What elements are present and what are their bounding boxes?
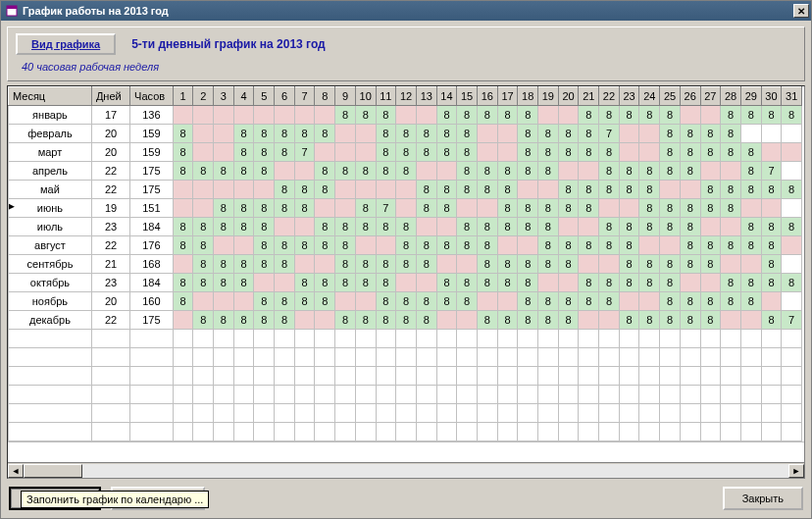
day-cell[interactable]: 8 [558, 311, 579, 330]
day-cell[interactable]: 8 [782, 218, 802, 236]
day-cell[interactable] [599, 311, 620, 330]
day-cell[interactable]: 8 [660, 162, 681, 181]
day-cell[interactable]: 8 [436, 106, 457, 125]
day-cell[interactable]: 8 [761, 218, 782, 236]
day-cell[interactable] [477, 292, 497, 311]
day-cell[interactable] [396, 106, 417, 125]
day-cell[interactable]: 8 [558, 181, 579, 199]
hours-cell[interactable]: 176 [130, 236, 174, 255]
day-cell[interactable]: 8 [457, 181, 478, 199]
day-cell[interactable] [193, 292, 214, 311]
day-cell[interactable]: 8 [700, 255, 721, 274]
day-cell[interactable]: 8 [518, 162, 538, 181]
day-cell[interactable] [700, 274, 721, 292]
day-cell[interactable]: 8 [477, 181, 497, 199]
day-cell[interactable] [782, 255, 802, 274]
day-cell[interactable] [173, 255, 193, 274]
table-row[interactable]: март2015988887888888888888888 [9, 143, 802, 162]
day-cell[interactable] [761, 292, 782, 311]
day-cell[interactable]: 8 [680, 292, 700, 311]
day-cell[interactable]: 8 [619, 162, 639, 181]
day-cell[interactable]: 8 [700, 199, 721, 218]
day-cell[interactable] [660, 181, 681, 199]
day-cell[interactable]: 8 [599, 106, 620, 125]
day-cell[interactable]: 8 [740, 274, 761, 292]
col-day-16[interactable]: 16 [477, 87, 497, 106]
month-cell[interactable]: декабрь [9, 311, 92, 330]
day-cell[interactable] [396, 274, 417, 292]
day-cell[interactable] [599, 255, 620, 274]
day-cell[interactable]: 8 [173, 143, 193, 162]
day-cell[interactable]: 8 [335, 106, 356, 125]
day-cell[interactable]: 8 [518, 255, 538, 274]
day-cell[interactable] [436, 311, 457, 330]
day-cell[interactable]: 8 [639, 311, 660, 330]
day-cell[interactable]: 8 [396, 292, 417, 311]
day-cell[interactable]: 8 [457, 292, 478, 311]
day-cell[interactable]: 8 [599, 218, 620, 236]
day-cell[interactable] [680, 106, 700, 125]
day-cell[interactable]: 8 [761, 236, 782, 255]
col-day-6[interactable]: 6 [275, 87, 295, 106]
day-cell[interactable] [700, 106, 721, 125]
day-cell[interactable] [254, 106, 275, 125]
day-cell[interactable]: 8 [294, 125, 315, 143]
day-cell[interactable]: 8 [518, 125, 538, 143]
day-cell[interactable] [173, 181, 193, 199]
day-cell[interactable] [619, 143, 639, 162]
day-cell[interactable] [477, 199, 497, 218]
col-day-26[interactable]: 26 [680, 87, 700, 106]
day-cell[interactable]: 8 [538, 255, 559, 274]
day-cell[interactable]: 8 [376, 218, 396, 236]
day-cell[interactable] [214, 106, 234, 125]
days-cell[interactable]: 22 [91, 236, 129, 255]
day-cell[interactable]: 8 [457, 218, 478, 236]
day-cell[interactable]: 8 [233, 125, 254, 143]
day-cell[interactable] [782, 292, 802, 311]
scroll-thumb[interactable] [24, 464, 82, 478]
day-cell[interactable]: 8 [416, 292, 436, 311]
day-cell[interactable]: 8 [660, 292, 681, 311]
day-cell[interactable]: 8 [761, 274, 782, 292]
day-cell[interactable]: 8 [518, 106, 538, 125]
day-cell[interactable]: 8 [497, 106, 518, 125]
day-cell[interactable]: 8 [782, 106, 802, 125]
day-cell[interactable]: 8 [782, 181, 802, 199]
day-cell[interactable]: 8 [680, 255, 700, 274]
day-cell[interactable]: 8 [558, 199, 579, 218]
hours-cell[interactable]: 160 [130, 292, 174, 311]
col-day-2[interactable]: 2 [193, 87, 214, 106]
day-cell[interactable]: 8 [233, 218, 254, 236]
day-cell[interactable]: 8 [457, 106, 478, 125]
day-cell[interactable]: 8 [579, 236, 599, 255]
day-cell[interactable]: 8 [721, 199, 741, 218]
close-button[interactable]: Закрыть [723, 487, 803, 510]
day-cell[interactable] [254, 181, 275, 199]
day-cell[interactable]: 8 [761, 255, 782, 274]
view-type-button[interactable]: Вид графика [16, 33, 116, 55]
day-cell[interactable]: 8 [396, 236, 417, 255]
day-cell[interactable]: 8 [275, 236, 295, 255]
day-cell[interactable]: 8 [193, 236, 214, 255]
day-cell[interactable]: 8 [254, 292, 275, 311]
day-cell[interactable]: 8 [376, 292, 396, 311]
day-cell[interactable]: 8 [721, 181, 741, 199]
days-cell[interactable]: 22 [91, 162, 129, 181]
day-cell[interactable] [214, 292, 234, 311]
day-cell[interactable] [538, 106, 559, 125]
day-cell[interactable]: 8 [660, 218, 681, 236]
day-cell[interactable] [599, 199, 620, 218]
day-cell[interactable]: 8 [214, 218, 234, 236]
day-cell[interactable] [214, 143, 234, 162]
day-cell[interactable]: 8 [497, 218, 518, 236]
col-day-25[interactable]: 25 [660, 87, 681, 106]
month-cell[interactable]: март [9, 143, 92, 162]
day-cell[interactable] [214, 236, 234, 255]
day-cell[interactable] [660, 236, 681, 255]
day-cell[interactable] [294, 255, 315, 274]
day-cell[interactable] [518, 181, 538, 199]
day-cell[interactable]: 8 [497, 255, 518, 274]
col-day-5[interactable]: 5 [254, 87, 275, 106]
day-cell[interactable]: 8 [457, 162, 478, 181]
day-cell[interactable]: 8 [477, 311, 497, 330]
